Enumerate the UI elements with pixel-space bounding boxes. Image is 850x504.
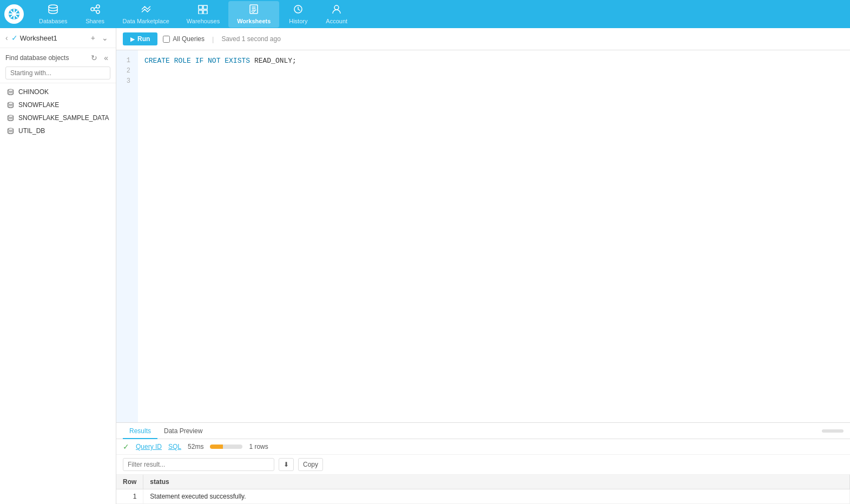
editor-content[interactable]: CREATE ROLE IF NOT EXISTS READ_ONLY;	[138, 50, 850, 422]
results-table-container: Row status 1 Statement executed successf…	[116, 475, 850, 504]
svg-line-13	[94, 7, 96, 8]
db-name-snowflake: SNOWFLAKE	[18, 101, 59, 109]
filter-row: ⬇ Copy	[116, 455, 850, 475]
line-numbers: 1 2 3	[116, 50, 138, 422]
progress-bar	[210, 445, 242, 449]
all-queries-checkbox-label[interactable]: All Queries	[163, 35, 205, 43]
success-check-icon: ✓	[123, 442, 129, 451]
tab-results[interactable]: Results	[123, 423, 157, 439]
svg-point-5	[14, 9, 15, 10]
editor-area: 1 2 3 CREATE ROLE IF NOT EXISTS READ_ONL…	[116, 50, 850, 422]
download-button[interactable]: ⬇	[279, 458, 294, 471]
svg-point-22	[8, 89, 13, 91]
warehouses-icon	[197, 4, 208, 17]
data-marketplace-icon	[141, 4, 151, 17]
db-item-snowflake[interactable]: SNOWFLAKE	[0, 98, 116, 111]
collapse-sidebar-button[interactable]: «	[102, 52, 110, 63]
nav-item-shares[interactable]: Shares	[76, 1, 114, 28]
find-db-label-text: Find database objects	[5, 54, 69, 62]
find-db-section: Find database objects ↻ «	[0, 48, 116, 83]
db-item-util-db[interactable]: UTIL_DB	[0, 124, 116, 137]
svg-point-21	[334, 5, 339, 10]
db-item-chinook[interactable]: CHINOOK	[0, 85, 116, 98]
svg-line-14	[94, 10, 96, 11]
play-icon: ▶	[130, 36, 135, 42]
svg-rect-16	[203, 5, 207, 9]
content-area: ▶ Run All Queries | Saved 1 second ago 1…	[116, 28, 850, 504]
svg-rect-15	[199, 5, 202, 9]
all-queries-label: All Queries	[173, 35, 205, 43]
svg-point-6	[14, 18, 15, 19]
db-name-chinook: CHINOOK	[18, 88, 49, 96]
nav-item-account[interactable]: Account	[317, 1, 356, 28]
nav-label-databases: Databases	[39, 18, 68, 24]
svg-point-25	[8, 105, 13, 108]
svg-point-7	[9, 14, 10, 15]
sidebar: ‹ ✓ Worksheet1 + ⌄ Find database objects…	[0, 28, 116, 504]
sql-semicolon: ;	[292, 57, 296, 65]
filter-result-input[interactable]	[123, 458, 274, 471]
saved-status: Saved 1 second ago	[221, 35, 280, 43]
top-nav: Databases Shares Data Marketplace Wareho…	[0, 0, 850, 28]
worksheet-chevron-button[interactable]: ⌄	[100, 32, 110, 43]
refresh-db-button[interactable]: ↻	[89, 52, 100, 63]
results-meta: ✓ Query ID SQL 52ms 1 rows	[116, 439, 850, 455]
worksheet-title: Worksheet1	[20, 34, 89, 42]
main-layout: ‹ ✓ Worksheet1 + ⌄ Find database objects…	[0, 28, 850, 504]
logo[interactable]	[4, 4, 24, 24]
history-icon	[293, 4, 304, 17]
db-name-snowflake-sample-data: SNOWFLAKE_SAMPLE_DATA	[18, 114, 109, 122]
back-button[interactable]: ‹	[5, 34, 8, 42]
worksheet-header-actions: + ⌄	[89, 32, 110, 43]
find-db-label-actions: ↻ «	[89, 52, 110, 63]
sql-link[interactable]: SQL	[168, 443, 181, 450]
toolbar-separator: |	[212, 35, 214, 43]
nav-item-worksheets[interactable]: Worksheets	[228, 1, 279, 28]
svg-point-11	[91, 8, 94, 11]
svg-point-9	[49, 5, 57, 8]
svg-point-26	[8, 115, 13, 117]
db-icon-chinook	[6, 88, 14, 96]
nav-item-history[interactable]: History	[279, 1, 317, 28]
worksheets-icon	[248, 4, 259, 17]
add-worksheet-button[interactable]: +	[89, 32, 97, 43]
worksheet-check-icon: ✓	[11, 34, 18, 42]
all-queries-checkbox[interactable]	[163, 36, 170, 43]
results-table-header-row: Row status	[116, 475, 850, 489]
resize-handle[interactable]	[822, 429, 844, 433]
cell-row-1: 1	[116, 489, 143, 504]
nav-label-warehouses: Warehouses	[187, 18, 220, 24]
sql-keyword-create: CREATE	[144, 57, 170, 65]
svg-point-12	[96, 10, 100, 14]
svg-point-27	[8, 118, 13, 121]
nav-item-databases[interactable]: Databases	[30, 1, 76, 28]
db-item-snowflake-sample-data[interactable]: SNOWFLAKE_SAMPLE_DATA	[0, 111, 116, 124]
run-button[interactable]: ▶ Run	[123, 32, 157, 45]
nav-label-history: History	[289, 18, 307, 24]
tab-data-preview[interactable]: Data Preview	[157, 423, 209, 439]
find-db-search-input[interactable]	[5, 67, 110, 79]
table-row: 1 Statement executed successfully.	[116, 489, 850, 504]
nav-label-worksheets: Worksheets	[237, 18, 271, 24]
db-icon-snowflake-sample-data	[6, 114, 14, 122]
svg-point-10	[96, 5, 100, 8]
svg-point-23	[8, 92, 13, 95]
copy-button[interactable]: Copy	[298, 458, 323, 471]
nav-item-data-marketplace[interactable]: Data Marketplace	[114, 1, 178, 28]
nav-label-data-marketplace: Data Marketplace	[123, 18, 169, 24]
line-number-1: 1	[116, 56, 134, 66]
svg-point-28	[8, 128, 13, 130]
sql-keyword-if: IF NOT EXISTS	[195, 57, 250, 65]
results-panel: Results Data Preview ✓ Query ID SQL 52ms…	[116, 422, 850, 504]
results-tabs: Results Data Preview	[116, 423, 850, 439]
query-toolbar: ▶ Run All Queries | Saved 1 second ago	[116, 28, 850, 50]
nav-item-warehouses[interactable]: Warehouses	[178, 1, 228, 28]
nav-items: Databases Shares Data Marketplace Wareho…	[30, 1, 846, 28]
db-icon-util-db	[6, 127, 14, 135]
svg-rect-18	[203, 10, 207, 14]
query-id-link[interactable]: Query ID	[136, 443, 162, 450]
sidebar-worksheet-header: ‹ ✓ Worksheet1 + ⌄	[0, 28, 116, 48]
download-icon: ⬇	[284, 461, 289, 468]
db-icon-snowflake	[6, 101, 14, 109]
sql-keyword-role: ROLE	[174, 57, 191, 65]
